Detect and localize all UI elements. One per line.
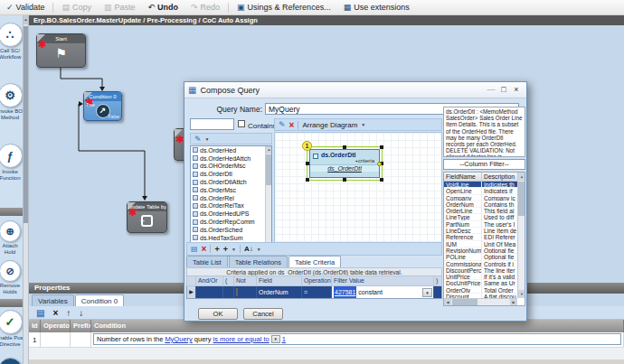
scrollbar-thumb[interactable]: [452, 299, 477, 305]
copy-button[interactable]: ▤Copy: [55, 1, 98, 14]
table-list-item[interactable]: ds.HedTaxSum: [191, 234, 265, 242]
field-row[interactable]: OrderNumContains th: [444, 201, 517, 208]
table-list[interactable]: ds.OrderHed ds.OrderHedAttch ds.OHOrderM…: [190, 145, 272, 257]
field-row[interactable]: LineDescLine Item de: [444, 228, 517, 234]
minimize-icon[interactable]: —: [485, 84, 497, 96]
chevron-down-icon[interactable]: ▼: [205, 136, 210, 142]
sort-icon[interactable]: A↓: [244, 245, 253, 253]
chevron-down-icon[interactable]: ▼: [257, 247, 261, 252]
field-row[interactable]: VoidLineIndicates th: [444, 182, 517, 188]
field-row[interactable]: RevisionNumOptional fie: [444, 247, 517, 254]
selection-handle[interactable]: [343, 178, 346, 182]
toolbox-item-invoke-bo-method[interactable]: ⚙ Invoke BOMethod: [0, 83, 23, 120]
close-icon[interactable]: ×: [510, 84, 523, 96]
tab-table-relations[interactable]: Table Relations: [229, 256, 288, 267]
table-list-item[interactable]: ds.OrderSched: [191, 226, 265, 234]
toolbox-item-attach-hold[interactable]: ⊕ AttachHold: [0, 220, 23, 255]
paren-open-cell[interactable]: [223, 286, 234, 298]
filter-value-cell[interactable]: 427581 constant ▼: [332, 286, 434, 298]
scroll-right-icon[interactable]: ▶: [510, 299, 517, 306]
tab-table-criteria[interactable]: Table Criteria: [288, 256, 341, 267]
selection-handle[interactable]: [306, 178, 309, 182]
query-link[interactable]: MyQuery: [165, 333, 192, 345]
cancel-button[interactable]: Cancel: [243, 308, 283, 320]
scrollbar-thumb[interactable]: [518, 182, 525, 216]
redo-button[interactable]: ↷Redo: [184, 1, 226, 14]
filter-value-link[interactable]: 427581: [334, 286, 356, 298]
update-table-node[interactable]: Update Table by Q ✱ →: [127, 201, 167, 233]
toolbox-item-partial[interactable]: [0, 358, 23, 364]
table-list-item[interactable]: ds.OrderHedAttch: [191, 154, 265, 163]
add-paren-open-icon[interactable]: +: [214, 245, 219, 254]
delete-icon[interactable]: ×: [289, 120, 295, 130]
query-diagram-area[interactable]: ds.OrderDtl +criteria ds_OrderDtl 1: [274, 132, 442, 243]
field-row[interactable]: OpenLineIndicates if: [444, 188, 517, 194]
usings-references-button[interactable]: ▣Usings & References...: [231, 1, 337, 14]
row-selector-icon[interactable]: ▶: [187, 286, 196, 298]
scroll-up-icon[interactable]: ▲: [266, 146, 272, 154]
operator-link[interactable]: is more or equal to: [213, 333, 269, 345]
scrollbar-thumb[interactable]: [266, 154, 272, 185]
field-grid-vscrollbar[interactable]: ▲ ▼: [517, 173, 525, 298]
andor-cell[interactable]: [196, 286, 223, 298]
criteria-row[interactable]: ▶ OrderNum = 427581 constant ▼: [186, 286, 442, 299]
selection-handle[interactable]: [380, 145, 383, 149]
move-down-icon[interactable]: ↓: [79, 307, 83, 319]
field-row[interactable]: POLineOptional fie: [444, 254, 517, 260]
operator-dropdown-icon[interactable]: ▼: [271, 335, 280, 343]
edit-icon[interactable]: ✎: [194, 135, 202, 144]
field-row[interactable]: OrderLineThis field al: [444, 208, 517, 214]
field-row[interactable]: OrderQtyTotal Order: [444, 287, 517, 294]
table-list-item[interactable]: ds.OrderMsc: [191, 186, 265, 194]
dialog-titlebar[interactable]: ▦ Compose Query — □ ×: [184, 82, 526, 98]
maximize-icon[interactable]: □: [497, 84, 510, 96]
operation-cell[interactable]: =: [302, 286, 332, 298]
sidebar-scrollbar-thumb[interactable]: [24, 26, 28, 223]
field-row[interactable]: DocUnitPriceSame as Ur: [444, 280, 517, 286]
tab-variables[interactable]: Variables: [32, 294, 74, 306]
field-grid-header[interactable]: FieldName Description: [444, 173, 525, 182]
query-table-node[interactable]: ds.OrderDtl +criteria ds_OrderDtl 1: [307, 147, 382, 180]
paren-close-cell[interactable]: [434, 286, 441, 298]
field-row[interactable]: IUMUnit Of Mea: [444, 241, 517, 247]
contains-checkbox[interactable]: [238, 120, 245, 127]
toolbox-item-invoke-function[interactable]: ƒ InvokeFunction: [0, 144, 23, 181]
use-extensions-button[interactable]: ▦Use extensions: [337, 1, 416, 14]
delete-row-icon[interactable]: ×: [52, 307, 58, 319]
condition-row[interactable]: 1 Number of rows in the MyQuery query is…: [29, 332, 624, 348]
column-filter-dropdown[interactable]: --Column Filter--: [443, 159, 525, 170]
field-cell[interactable]: OrderNum: [257, 286, 302, 298]
field-row[interactable]: DiscountPercentThe line iter: [444, 267, 517, 274]
toolbox-item-enable-post-directive[interactable]: ✓ Enable PostDirective: [0, 310, 23, 347]
table-list-scrollbar[interactable]: ▲ ▼: [265, 146, 271, 256]
new-row-icon[interactable]: ▤: [36, 307, 44, 319]
table-list-item[interactable]: ds.OrderHedUPS: [191, 210, 265, 218]
value-link[interactable]: 1: [282, 333, 286, 345]
table-list-item[interactable]: ds.OrderRelTax: [191, 202, 265, 210]
toolbox-item-call-sc-workflow[interactable]: ∴ Call SC/Workflow: [0, 23, 23, 60]
move-up-icon[interactable]: ↑: [66, 307, 71, 319]
chevron-down-icon[interactable]: ▼: [361, 122, 365, 127]
field-row[interactable]: PartNumThe user's I: [444, 221, 517, 228]
scroll-up-icon[interactable]: ▲: [24, 15, 28, 24]
sidebar-scrollbar[interactable]: ▲: [23, 15, 29, 364]
tab-table-list[interactable]: Table List: [186, 256, 228, 267]
add-paren-close-icon[interactable]: +: [223, 245, 228, 254]
condition-node[interactable]: Condition 0 ✱ ↗ True False: [83, 91, 122, 121]
table-list-item[interactable]: ds.OrderDtl: [191, 170, 265, 178]
field-row[interactable]: ReferenceEDI Referer: [444, 234, 517, 240]
field-grid-hscrollbar[interactable]: ◀ ▶: [444, 298, 517, 305]
not-cell[interactable]: [234, 286, 257, 298]
arrange-diagram-button[interactable]: Arrange Diagram: [302, 121, 357, 129]
new-criteria-icon[interactable]: ▤: [191, 245, 198, 253]
criteria-port[interactable]: +criteria: [310, 158, 379, 163]
scroll-left-icon[interactable]: ◀: [444, 299, 451, 306]
validate-button[interactable]: ✓Validate: [0, 1, 51, 14]
filter-value-dropdown-icon[interactable]: ▼: [422, 288, 432, 297]
field-row[interactable]: CompanyCompany ic: [444, 195, 517, 201]
not-checkbox[interactable]: [236, 288, 238, 296]
field-row[interactable]: LineTypeUsed to diff: [444, 214, 517, 220]
table-list-item[interactable]: ds.OrderRel: [191, 194, 265, 202]
table-list-item[interactable]: ds.OrderHed: [191, 146, 265, 154]
undo-button[interactable]: ↶Undo: [141, 1, 184, 14]
